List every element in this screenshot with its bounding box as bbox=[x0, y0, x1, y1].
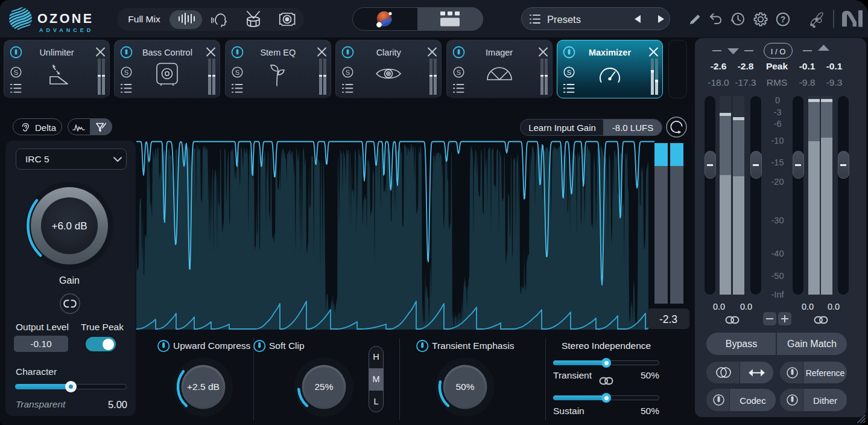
svg-text:+2.5 dB: +2.5 dB bbox=[187, 382, 220, 392]
svg-text:25%: 25% bbox=[314, 382, 333, 392]
svg-text:50%: 50% bbox=[455, 382, 474, 392]
svg-text:?: ? bbox=[781, 14, 786, 24]
